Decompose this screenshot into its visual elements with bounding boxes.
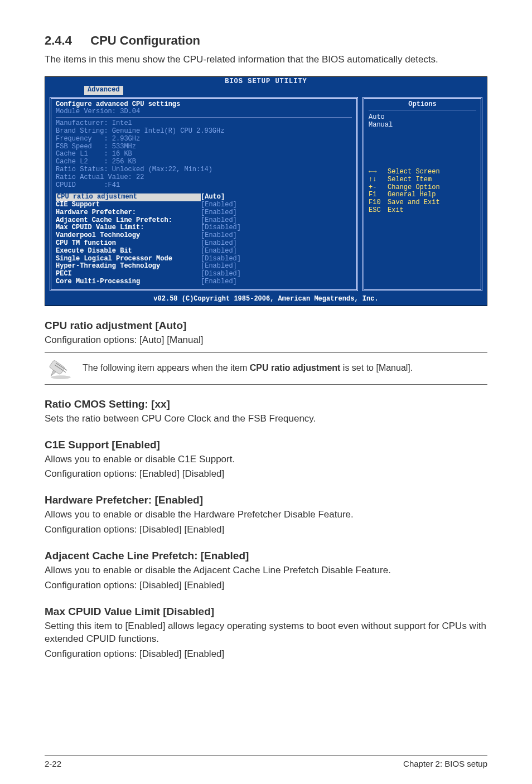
cpu-info-line: Brand String: Genuine Intel(R) CPU 2.93G… [56,128,352,135]
bios-setting-row[interactable]: Hyper-Threading Technology[Enabled] [56,263,352,270]
bios-setting-row[interactable]: Execute Disable Bit[Enabled] [56,248,352,255]
nav-key-icon: +- [369,184,383,192]
chapter-label: Chapter 2: BIOS setup [403,759,487,768]
nav-key-label: Change Option [388,184,440,192]
bios-setting-value: [Enabled] [201,278,237,286]
bios-setting-label: Core Multi-Processing [56,278,201,286]
bios-setting-row[interactable]: CIE Support[Enabled] [56,201,352,209]
bios-setting-row[interactable]: CPU TM function[Enabled] [56,240,352,248]
cpu-info-line: Frequency : 2.93GHz [56,135,352,143]
sub-ratio-cmos-body: Sets the ratio between CPU Core Clock an… [45,413,487,425]
bios-setting-row[interactable]: Core Multi-Processing[Enabled] [56,278,352,286]
nav-legend-row: ↑↓Select Item [369,176,476,184]
bios-left-panel: Configure advanced CPU settings Module V… [50,97,358,291]
option-value: Manual [369,122,476,129]
nav-key-icon: F1 [369,191,383,199]
note-box: The following item appears when the item… [45,352,487,385]
cpu-info-line: Manufacturer: Intel [56,120,352,128]
bios-setting-row[interactable]: Max CPUID Value Limit:[Disabled] [56,224,352,232]
svg-point-0 [51,375,71,379]
cpu-info-line: FSB Speed : 533MHz [56,143,352,151]
bios-setting-row[interactable]: Hardware Prefetcher:[Enabled] [56,209,352,217]
sub-c1e-body1: Allows you to enable or disable C1E Supp… [45,453,487,466]
bios-setting-value: [Disabled] [201,224,241,232]
bios-setting-row[interactable]: Adjacent Cache Line Prefetch:[Enabled] [56,217,352,225]
section-number: 2.4.4 [45,33,72,47]
sub-max-cpuid-title: Max CPUID Value Limit [Disabled] [45,606,487,618]
pencil-icon [48,357,74,380]
nav-key-label: Save and Exit [388,199,440,207]
sub-ratio-cmos-title: Ratio CMOS Setting: [xx] [45,398,487,410]
sub-c1e-title: C1E Support [Enabled] [45,439,487,451]
cpu-info-line: CPUID :F41 [56,182,352,190]
bios-right-panel: Options AutoManual ←→Select Screen↑↓Sele… [362,97,482,291]
sub-hw-prefetch-body2: Configuration options: [Disabled] [Enabl… [45,524,487,536]
bios-copyright: v02.58 (C)Copyright 1985-2006, American … [45,296,487,306]
bios-setting-label: Hyper-Threading Technology [56,263,201,270]
bios-setting-value: [Enabled] [201,248,237,255]
intro-text: The items in this menu show the CPU-rela… [45,54,487,66]
bios-setting-value: [Enabled] [201,217,237,225]
bios-menu-tabs: Advanced [45,86,487,95]
nav-key-label: General Help [388,191,436,199]
nav-legend-row: ESCExit [369,207,476,215]
sub-adj-cache-body1: Allows you to enable or disable the Adja… [45,564,487,577]
nav-legend-row: F1General Help [369,191,476,199]
sub-max-cpuid-body1: Setting this item to [Enabled] allows le… [45,620,487,646]
bios-setting-label: CPU ratio adjustment [56,193,201,201]
bios-setting-value: [Enabled] [201,240,237,248]
sub-cpu-ratio-title: CPU ratio adjustment [Auto] [45,320,487,332]
nav-legend-row: +-Change Option [369,184,476,192]
bios-setting-row[interactable]: Single Logical Processor Mode[Disabled] [56,255,352,263]
sub-adj-cache-body2: Configuration options: [Disabled] [Enabl… [45,579,487,592]
bios-setting-label: Single Logical Processor Mode [56,255,201,263]
option-value: Auto [369,114,476,122]
nav-key-label: Exit [388,207,404,215]
note-text: The following item appears when the item… [83,362,413,374]
tab-advanced[interactable]: Advanced [84,86,123,95]
section-title: CPU Configuration [90,33,200,47]
bios-setting-value: [Enabled] [201,263,237,270]
nav-key-label: Select Item [388,176,432,184]
bios-setting-label: Execute Disable Bit [56,248,201,255]
bios-setting-row[interactable]: Vanderpool Technology[Enabled] [56,232,352,240]
sub-hw-prefetch-body1: Allows you to enable or disable the Hard… [45,509,487,521]
config-heading: Configure advanced CPU settings [56,101,352,109]
bios-setting-value: [Auto] [201,193,225,201]
sub-cpu-ratio-body: Configuration options: [Auto] [Manual] [45,334,487,347]
nav-legend-row: F10Save and Exit [369,199,476,207]
module-version: Module Version: 3D.04 [56,108,352,118]
bios-setting-value: [Disabled] [201,255,241,263]
bios-setting-label: CPU TM function [56,240,201,248]
cpu-info-line: Ratio Status: Unlocked (Max:22, Min:14) [56,166,352,174]
bios-setting-value: [Enabled] [201,232,237,240]
sub-hw-prefetch-title: Hardware Prefetcher: [Enabled] [45,494,487,506]
bios-setting-row[interactable]: CPU ratio adjustment[Auto] [56,193,352,201]
nav-key-icon: F10 [369,199,383,207]
bios-setting-value: [Enabled] [201,209,237,217]
bios-setting-label: CIE Support [56,201,201,209]
nav-legend-row: ←→Select Screen [369,168,476,176]
cpu-info-line: Ratio Actual Value: 22 [56,174,352,182]
sub-max-cpuid-body2: Configuration options: [Disabled] [Enabl… [45,648,487,661]
sub-adj-cache-title: Adjacent Cache Line Prefetch: [Enabled] [45,550,487,562]
sub-c1e-body2: Configuration options: [Enabled] [Disabl… [45,468,487,481]
page-footer: 2-22 Chapter 2: BIOS setup [45,755,487,768]
bios-setting-row[interactable]: PECI[Disabled] [56,270,352,278]
bios-setting-label: Adjacent Cache Line Prefetch: [56,217,201,225]
cpu-info-line: Cache L1 : 16 KB [56,151,352,158]
options-heading: Options [369,101,476,111]
nav-key-icon: ESC [369,207,383,215]
bios-setting-label: Max CPUID Value Limit: [56,224,201,232]
section-heading: 2.4.4 CPU Configuration [45,33,487,48]
bios-screenshot: BIOS SETUP UTILITY Advanced Configure ad… [45,76,487,306]
nav-key-icon: ↑↓ [369,176,383,184]
nav-key-icon: ←→ [369,168,383,176]
bios-setting-value: [Disabled] [201,270,241,278]
bios-setting-label: Vanderpool Technology [56,232,201,240]
cpu-info-line: Cache L2 : 256 KB [56,158,352,166]
nav-key-label: Select Screen [388,168,440,176]
page-number: 2-22 [45,759,61,768]
bios-setting-label: Hardware Prefetcher: [56,209,201,217]
bios-setting-label: PECI [56,270,201,278]
